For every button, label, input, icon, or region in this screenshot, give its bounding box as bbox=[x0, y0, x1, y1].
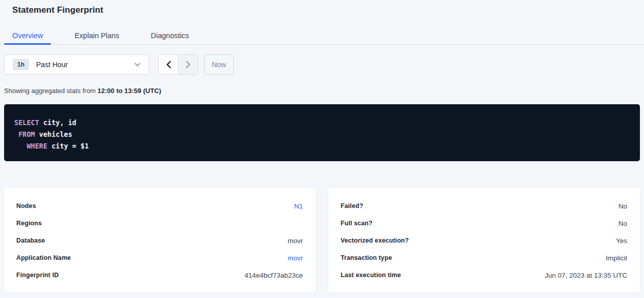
tab-explain-plans[interactable]: Explain Plans bbox=[66, 27, 127, 44]
summary-cards: Nodes N1 Regions Database movr Applicati… bbox=[4, 188, 640, 292]
row-database: Database movr bbox=[16, 232, 303, 249]
stats-summary: Showing aggregated stats from 12:00 to 1… bbox=[4, 87, 161, 95]
stats-summary-prefix: Showing aggregated stats from bbox=[4, 87, 98, 95]
row-value: No bbox=[619, 220, 627, 227]
row-value: No bbox=[619, 202, 627, 210]
row-label: Failed? bbox=[341, 202, 363, 210]
row-vectorized-execution: Vectorized execution? Yes bbox=[341, 232, 627, 249]
row-application-name: Application Name movr bbox=[16, 249, 303, 266]
row-label: Fingerprint ID bbox=[16, 272, 59, 279]
tab-overview[interactable]: Overview bbox=[4, 27, 51, 44]
page-title: Statement Fingerprint bbox=[12, 5, 103, 15]
row-label: Transaction type bbox=[341, 254, 392, 261]
time-range-badge: 1h bbox=[13, 59, 29, 70]
tab-bar: Overview Explain Plans Diagnostics bbox=[0, 27, 644, 45]
row-label: Vectorized execution? bbox=[341, 237, 409, 244]
row-failed: Failed? No bbox=[341, 197, 627, 215]
row-regions: Regions bbox=[16, 215, 303, 232]
time-step-buttons bbox=[158, 54, 198, 75]
row-label: Regions bbox=[16, 220, 42, 227]
sql-line: SELECT city, id bbox=[14, 117, 630, 129]
chevron-down-icon bbox=[134, 63, 141, 67]
sql-statement-box: SELECT city, id FROM vehicles WHERE city… bbox=[4, 104, 640, 161]
next-time-button bbox=[178, 55, 198, 74]
row-value: 414e4bcf73ab23ce bbox=[244, 272, 303, 279]
sql-line: WHERE city = $1 bbox=[14, 140, 630, 152]
row-value: Implicit bbox=[606, 254, 627, 262]
row-value: Jun 07, 2023 at 13:35 UTC bbox=[545, 272, 627, 279]
row-label: Nodes bbox=[16, 202, 36, 210]
application-name-link[interactable]: movr bbox=[288, 254, 303, 262]
row-nodes: Nodes N1 bbox=[16, 197, 303, 215]
row-label: Full scan? bbox=[341, 220, 373, 227]
summary-card-left: Nodes N1 Regions Database movr Applicati… bbox=[4, 188, 316, 292]
row-label: Application Name bbox=[16, 254, 71, 261]
stats-summary-range: 12:00 to 13:59 (UTC) bbox=[98, 87, 161, 95]
time-controls: 1h Past Hour Now bbox=[4, 54, 234, 75]
time-range-label: Past Hour bbox=[36, 61, 68, 69]
row-label: Last execution time bbox=[341, 272, 401, 279]
sql-code: SELECT city, id FROM vehicles WHERE city… bbox=[14, 117, 630, 152]
chevron-left-icon bbox=[166, 61, 172, 69]
tab-diagnostics[interactable]: Diagnostics bbox=[143, 27, 197, 44]
sql-line: FROM vehicles bbox=[14, 129, 630, 140]
nodes-link[interactable]: N1 bbox=[294, 202, 303, 210]
row-label: Database bbox=[16, 237, 45, 244]
time-range-dropdown[interactable]: 1h Past Hour bbox=[4, 54, 149, 75]
row-value: Yes bbox=[616, 237, 627, 245]
chevron-right-icon bbox=[185, 61, 191, 69]
row-transaction-type: Transaction type Implicit bbox=[341, 249, 627, 266]
row-fingerprint-id: Fingerprint ID 414e4bcf73ab23ce bbox=[16, 266, 303, 284]
row-value: movr bbox=[288, 237, 303, 245]
row-full-scan: Full scan? No bbox=[341, 215, 627, 232]
prev-time-button[interactable] bbox=[159, 55, 178, 74]
row-last-execution-time: Last execution time Jun 07, 2023 at 13:3… bbox=[341, 266, 627, 284]
now-button: Now bbox=[204, 54, 234, 75]
summary-card-right: Failed? No Full scan? No Vectorized exec… bbox=[328, 188, 640, 292]
